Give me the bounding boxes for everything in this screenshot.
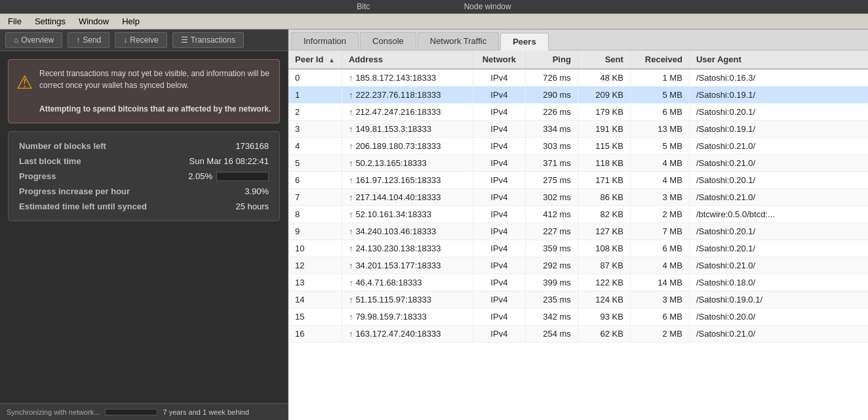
cell-sent: 171 KB [578, 172, 630, 189]
cell-useragent: /Satoshi:0.16.3/ [689, 69, 868, 87]
peers-table-container[interactable]: Peer Id ▲ Address Network Ping Sent Rece… [288, 51, 868, 420]
cell-address: ↑46.4.71.68:18333 [342, 274, 473, 291]
table-row[interactable]: 10 ↑24.130.230.138:18333 IPv4 359 ms 108… [288, 240, 868, 257]
cell-received: 6 MB [630, 104, 689, 121]
cell-ping: 371 ms [525, 155, 578, 172]
cell-sent: 62 KB [578, 326, 630, 343]
cell-sent: 124 KB [578, 291, 630, 308]
status-progress-bar [105, 409, 157, 415]
table-row[interactable]: 1 ↑222.237.76.118:18333 IPv4 290 ms 209 … [288, 87, 868, 104]
cell-useragent: /Satoshi:0.21.0/ [689, 155, 868, 172]
col-sent[interactable]: Sent [578, 51, 630, 69]
cell-network: IPv4 [473, 274, 525, 291]
cell-network: IPv4 [473, 172, 525, 189]
connection-arrow: ↑ [349, 261, 353, 270]
left-panel: ⌂ Overview ↑ Send ↓ Receive ☰ Transactio… [0, 30, 288, 420]
right-panel: Information Console Network Traffic Peer… [288, 30, 868, 420]
cell-received: 2 MB [630, 326, 689, 343]
warning-icon: ⚠ [16, 69, 33, 115]
cell-useragent: /Satoshi:0.20.1/ [689, 240, 868, 257]
table-row[interactable]: 2 ↑212.47.247.216:18333 IPv4 226 ms 179 … [288, 104, 868, 121]
status-bar: Synchronizing with network... 7 years an… [0, 403, 288, 420]
cell-received: 3 MB [630, 291, 689, 308]
cell-network: IPv4 [473, 257, 525, 274]
cell-ping: 275 ms [525, 172, 578, 189]
tab-peers[interactable]: Peers [500, 33, 548, 51]
table-row[interactable]: 13 ↑46.4.71.68:18333 IPv4 399 ms 122 KB … [288, 274, 868, 291]
cell-ping: 292 ms [525, 257, 578, 274]
cell-received: 7 MB [630, 223, 689, 240]
app-title-left: Bitc [357, 2, 370, 11]
table-row[interactable]: 15 ↑79.98.159.7:18333 IPv4 342 ms 93 KB … [288, 308, 868, 326]
table-header-row: Peer Id ▲ Address Network Ping Sent Rece… [288, 51, 868, 69]
warning-box: ⚠ Recent transactions may not yet be vis… [8, 59, 280, 123]
table-row[interactable]: 7 ↑217.144.104.40:18333 IPv4 302 ms 86 K… [288, 189, 868, 206]
cell-address: ↑79.98.159.7:18333 [342, 308, 473, 326]
table-row[interactable]: 0 ↑185.8.172.143:18333 IPv4 726 ms 48 KB… [288, 69, 868, 87]
wallet-content: ⚠ Recent transactions may not yet be vis… [0, 51, 288, 403]
cell-sent: 209 KB [578, 87, 630, 104]
col-useragent[interactable]: User Agent [689, 51, 868, 69]
table-row[interactable]: 14 ↑51.15.115.97:18333 IPv4 235 ms 124 K… [288, 291, 868, 308]
table-row[interactable]: 6 ↑161.97.123.165:18333 IPv4 275 ms 171 … [288, 172, 868, 189]
menu-file[interactable]: File [5, 15, 24, 28]
tab-information[interactable]: Information [291, 32, 359, 50]
cell-received: 6 MB [630, 308, 689, 326]
menu-window[interactable]: Window [76, 15, 111, 28]
connection-arrow: ↑ [349, 226, 353, 236]
home-icon: ⌂ [14, 35, 18, 45]
connection-arrow: ↑ [349, 295, 353, 304]
transactions-icon: ☰ [181, 35, 188, 45]
cell-ping: 302 ms [525, 189, 578, 206]
tab-network-traffic[interactable]: Network Traffic [418, 32, 499, 50]
cell-useragent: /Satoshi:0.19.1/ [689, 87, 868, 104]
tab-console[interactable]: Console [360, 32, 416, 50]
col-peer-id[interactable]: Peer Id ▲ [288, 51, 342, 69]
sort-arrow-peer-id: ▲ [328, 56, 335, 64]
cell-useragent: /Satoshi:0.19.1/ [689, 121, 868, 138]
cell-address: ↑24.130.230.138:18333 [342, 240, 473, 257]
cell-ping: 226 ms [525, 104, 578, 121]
cell-peer-id: 7 [288, 189, 342, 206]
transactions-button[interactable]: ☰ Transactions [172, 32, 244, 48]
menu-help[interactable]: Help [119, 15, 142, 28]
cell-network: IPv4 [473, 121, 525, 138]
col-network[interactable]: Network [473, 51, 525, 69]
table-row[interactable]: 3 ↑149.81.153.3:18333 IPv4 334 ms 191 KB… [288, 121, 868, 138]
cell-network: IPv4 [473, 155, 525, 172]
cell-ping: 303 ms [525, 138, 578, 155]
col-address[interactable]: Address [342, 51, 473, 69]
cell-address: ↑217.144.104.40:18333 [342, 189, 473, 206]
sync-row-increase: Progress increase per hour 3.90% [19, 186, 269, 196]
cell-received: 5 MB [630, 87, 689, 104]
status-behind: 7 years and 1 week behind [163, 408, 248, 416]
menu-settings[interactable]: Settings [32, 15, 68, 28]
connection-arrow: ↑ [349, 312, 353, 322]
table-row[interactable]: 12 ↑34.201.153.177:18333 IPv4 292 ms 87 … [288, 257, 868, 274]
cell-useragent: /btcwire:0.5.0/btcd:... [689, 206, 868, 223]
overview-button[interactable]: ⌂ Overview [5, 32, 62, 48]
cell-sent: 122 KB [578, 274, 630, 291]
connection-arrow: ↑ [349, 209, 353, 219]
col-ping[interactable]: Ping [525, 51, 578, 69]
col-received[interactable]: Received [630, 51, 689, 69]
connection-arrow: ↑ [349, 192, 353, 202]
table-row[interactable]: 9 ↑34.240.103.46:18333 IPv4 227 ms 127 K… [288, 223, 868, 240]
send-button[interactable]: ↑ Send [68, 32, 109, 48]
cell-sent: 87 KB [578, 257, 630, 274]
cell-peer-id: 2 [288, 104, 342, 121]
receive-button[interactable]: ↓ Receive [115, 32, 167, 48]
cell-useragent: /Satoshi:0.20.1/ [689, 104, 868, 121]
table-row[interactable]: 16 ↑163.172.47.240:18333 IPv4 254 ms 62 … [288, 326, 868, 343]
table-row[interactable]: 4 ↑206.189.180.73:18333 IPv4 303 ms 115 … [288, 138, 868, 155]
cell-peer-id: 13 [288, 274, 342, 291]
cell-address: ↑149.81.153.3:18333 [342, 121, 473, 138]
table-row[interactable]: 8 ↑52.10.161.34:18333 IPv4 412 ms 82 KB … [288, 206, 868, 223]
cell-address: ↑212.47.247.216:18333 [342, 104, 473, 121]
cell-address: ↑206.189.180.73:18333 [342, 138, 473, 155]
cell-network: IPv4 [473, 240, 525, 257]
table-row[interactable]: 5 ↑50.2.13.165:18333 IPv4 371 ms 118 KB … [288, 155, 868, 172]
connection-arrow: ↑ [349, 278, 353, 287]
cell-address: ↑50.2.13.165:18333 [342, 155, 473, 172]
sync-row-lastblock: Last block time Sun Mar 16 08:22:41 [19, 156, 269, 166]
